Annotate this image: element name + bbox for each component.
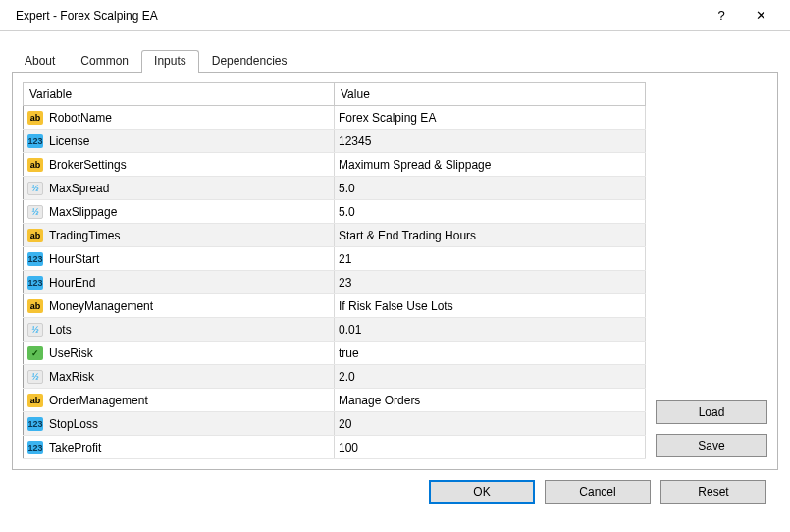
help-icon: ? — [717, 8, 724, 23]
table-row[interactable]: ½Lots0.01 — [24, 318, 646, 342]
tab-dependencies[interactable]: Dependencies — [199, 50, 300, 72]
variable-value[interactable]: Forex Scalping EA — [335, 106, 646, 130]
123-type-icon: 123 — [27, 441, 43, 454]
variable-value[interactable]: 100 — [335, 436, 646, 459]
variable-name: OrderManagement — [49, 394, 148, 407]
table-row[interactable]: abBrokerSettingsMaximum Spread & Slippag… — [24, 153, 646, 177]
variable-value[interactable]: 23 — [335, 271, 646, 294]
dialog-content: About Common Inputs Dependencies Variabl… — [0, 31, 790, 513]
col-header-value[interactable]: Value — [335, 83, 646, 106]
tab-inputs[interactable]: Inputs — [141, 50, 199, 73]
123-type-icon: 123 — [27, 134, 43, 148]
titlebar: Expert - Forex Scalping EA ? ✕ — [0, 0, 790, 31]
table-row[interactable]: 123HourStart21 — [24, 247, 646, 271]
table-row[interactable]: 123License12345 — [24, 130, 646, 153]
help-button[interactable]: ? — [702, 0, 741, 31]
table-row[interactable]: abTradingTimesStart & End Trading Hours — [24, 224, 646, 247]
variable-name: Lots — [49, 323, 72, 337]
ab-type-icon: ab — [27, 394, 43, 407]
table-row[interactable]: ½MaxSpread5.0 — [24, 177, 646, 200]
variable-name: StopLoss — [49, 417, 98, 431]
variable-name: RobotName — [49, 111, 112, 125]
col-header-variable[interactable]: Variable — [24, 83, 335, 106]
variable-value[interactable]: 0.01 — [335, 318, 646, 342]
inputs-panel: Variable Value abRobotNameForex Scalping… — [12, 73, 778, 470]
123-type-icon: 123 — [27, 417, 43, 431]
table-row[interactable]: abRobotNameForex Scalping EA — [24, 106, 646, 130]
table-row[interactable]: 123TakeProfit100 — [24, 436, 646, 459]
variable-value[interactable]: Maximum Spread & Slippage — [335, 153, 646, 177]
cancel-button[interactable]: Cancel — [545, 480, 651, 504]
load-button[interactable]: Load — [656, 400, 767, 424]
table-row[interactable]: ✓UseRisktrue — [24, 342, 646, 365]
variable-name: MaxSpread — [49, 182, 109, 195]
variable-name: MaxSlippage — [49, 205, 117, 219]
params-grid-wrap: Variable Value abRobotNameForex Scalping… — [23, 82, 646, 459]
table-row[interactable]: ½MaxSlippage5.0 — [24, 200, 646, 224]
side-buttons: Load Save — [656, 82, 767, 459]
close-icon: ✕ — [756, 8, 766, 23]
variable-name: License — [49, 134, 89, 148]
variable-value[interactable]: 12345 — [335, 130, 646, 153]
ab-type-icon: ab — [27, 299, 43, 313]
ab-type-icon: ab — [27, 158, 43, 172]
v2-type-icon: ½ — [27, 182, 43, 195]
save-button[interactable]: Save — [656, 434, 767, 457]
ab-type-icon: ab — [27, 229, 43, 242]
reset-button[interactable]: Reset — [660, 480, 766, 504]
dialog-footer: OK Cancel Reset — [12, 470, 778, 504]
variable-value[interactable]: 2.0 — [335, 365, 646, 389]
ab-type-icon: ab — [27, 111, 43, 125]
v2-type-icon: ½ — [27, 323, 43, 337]
table-row[interactable]: 123HourEnd23 — [24, 271, 646, 294]
tab-about[interactable]: About — [12, 50, 68, 72]
variable-value[interactable]: Manage Orders — [335, 389, 646, 412]
table-row[interactable]: abMoneyManagementIf Risk False Use Lots — [24, 294, 646, 318]
bool-type-icon: ✓ — [27, 346, 43, 360]
variable-value[interactable]: 20 — [335, 412, 646, 436]
tab-bar: About Common Inputs Dependencies — [12, 49, 778, 73]
close-button[interactable]: ✕ — [741, 0, 780, 31]
variable-name: HourStart — [49, 252, 99, 266]
123-type-icon: 123 — [27, 276, 43, 290]
table-row[interactable]: abOrderManagementManage Orders — [24, 389, 646, 412]
variable-value[interactable]: Start & End Trading Hours — [335, 224, 646, 247]
variable-name: TakeProfit — [49, 441, 101, 454]
variable-name: MaxRisk — [49, 370, 94, 384]
table-row[interactable]: 123StopLoss20 — [24, 412, 646, 436]
123-type-icon: 123 — [27, 252, 43, 266]
variable-value[interactable]: 5.0 — [335, 200, 646, 224]
variable-name: TradingTimes — [49, 229, 120, 242]
variable-value[interactable]: true — [335, 342, 646, 365]
variable-name: MoneyManagement — [49, 299, 153, 313]
variable-value[interactable]: 5.0 — [335, 177, 646, 200]
variable-name: UseRisk — [49, 346, 93, 360]
variable-value[interactable]: If Risk False Use Lots — [335, 294, 646, 318]
window-title: Expert - Forex Scalping EA — [16, 9, 702, 23]
v2-type-icon: ½ — [27, 370, 43, 384]
v2-type-icon: ½ — [27, 205, 43, 219]
ok-button[interactable]: OK — [429, 480, 535, 504]
variable-name: HourEnd — [49, 276, 95, 290]
params-grid[interactable]: Variable Value abRobotNameForex Scalping… — [23, 82, 646, 459]
variable-value[interactable]: 21 — [335, 247, 646, 271]
tab-common[interactable]: Common — [68, 50, 141, 72]
table-row[interactable]: ½MaxRisk2.0 — [24, 365, 646, 389]
variable-name: BrokerSettings — [49, 158, 127, 172]
